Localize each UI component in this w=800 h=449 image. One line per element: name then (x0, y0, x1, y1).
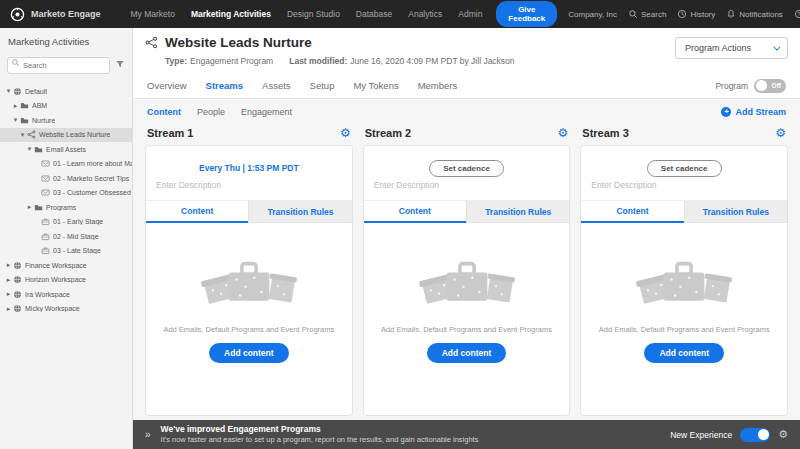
tree-item-nurture[interactable]: ▾Nurture (0, 113, 132, 128)
tree-item-01-early-stage[interactable]: 01 - Early Stage (0, 215, 132, 230)
tree-item-label: Ira Workspace (25, 291, 70, 298)
chevron-right-icon[interactable]: ▸ (4, 290, 13, 298)
tab-my-tokens[interactable]: My Tokens (353, 80, 398, 91)
chevron-right-icon[interactable]: ▸ (4, 305, 13, 313)
brand[interactable]: Marketo Engage (10, 7, 101, 22)
tree-item-label: Finance Workspace (25, 262, 87, 269)
chevron-down-icon[interactable]: ▾ (4, 87, 13, 95)
program-actions-label: Program Actions (685, 43, 751, 53)
stream-tab-transition-rules[interactable]: Transition Rules (684, 201, 787, 223)
cadence-text[interactable]: Every Thu | 1:53 PM PDT (199, 163, 299, 173)
subtab-people[interactable]: People (197, 107, 225, 117)
tree-item-label: Programs (46, 204, 76, 211)
tab-overview[interactable]: Overview (147, 80, 187, 91)
description-placeholder[interactable]: Enter Description (581, 176, 787, 200)
subtab-engagement[interactable]: Engagement (241, 107, 292, 117)
tree-item-email-assets[interactable]: ▾Email Assets (0, 142, 132, 157)
utility-label: History (690, 10, 715, 19)
company-label[interactable]: Company, Inc (568, 10, 617, 19)
tree-item-label: Default (25, 88, 47, 95)
chevron-down-icon[interactable]: ▾ (11, 116, 20, 124)
set-cadence-button[interactable]: Set cadence (647, 160, 722, 177)
tree-item-micky-workspace[interactable]: ▸Micky Workspace (0, 302, 132, 317)
chevron-right-icon[interactable]: ▸ (25, 203, 34, 211)
tree-item-02-marketo-secret-tips[interactable]: 02 - Marketo Secret Tips (0, 171, 132, 186)
tree-item-default[interactable]: ▾Default (0, 84, 132, 99)
chevron-right-icon[interactable]: ▸ (4, 261, 13, 269)
utility-notifications[interactable]: Notifications (726, 9, 783, 19)
subtab-content[interactable]: Content (147, 107, 181, 117)
banner-gear-icon[interactable]: ⚙ (778, 428, 788, 441)
gear-icon[interactable]: ⚙ (340, 127, 351, 139)
tree-item-02-mid-stage[interactable]: 02 - Mid Stage (0, 229, 132, 244)
nav-marketing-activities[interactable]: Marketing Activities (191, 9, 271, 19)
description-placeholder[interactable]: Enter Description (364, 176, 570, 200)
search-icon (11, 58, 20, 67)
stream-card: Every Thu | 1:53 PM PDT Enter Descriptio… (145, 145, 353, 416)
tab-setup[interactable]: Setup (310, 80, 335, 91)
add-content-button[interactable]: Add content (209, 343, 289, 363)
nav-analytics[interactable]: Analytics (408, 9, 442, 19)
add-content-button[interactable]: Add content (427, 343, 507, 363)
tree-item-website-leads-nurture[interactable]: ▾Website Leads Nurture (0, 128, 132, 143)
banner-subtitle: It's now faster and easier to set up a p… (161, 435, 479, 445)
tree-item-horizon-workspace[interactable]: ▸Horizon Workspace (0, 273, 132, 288)
double-chevron-icon[interactable]: » (145, 429, 151, 440)
chevron-down-icon[interactable]: ▾ (18, 131, 27, 139)
tree-item-finance-workspace[interactable]: ▸Finance Workspace (0, 258, 132, 273)
new-experience-toggle[interactable] (740, 428, 770, 442)
set-cadence-button[interactable]: Set cadence (429, 160, 504, 177)
stream-title: Stream 1 (147, 127, 193, 139)
chevron-right-icon[interactable]: ▸ (4, 276, 13, 284)
nav-admin[interactable]: Admin (458, 9, 482, 19)
tree-item-03-customer-obsessed[interactable]: 03 - Customer Obsessed (0, 186, 132, 201)
gear-icon[interactable]: ⚙ (775, 127, 786, 139)
chevron-down-icon[interactable]: ▾ (25, 145, 34, 153)
utility-search[interactable]: Search (628, 9, 666, 19)
tree-item-03-late-stage[interactable]: 03 - Late Stage (0, 244, 132, 259)
tab-streams[interactable]: Streams (206, 80, 244, 91)
stream-tab-content[interactable]: Content (146, 201, 248, 223)
program-toggle[interactable]: Off (754, 79, 786, 93)
nav-database[interactable]: Database (356, 9, 392, 19)
stream-column-3: Stream 3 ⚙ Set cadence Enter Description… (580, 124, 788, 416)
tree-item-programs[interactable]: ▸Programs (0, 200, 132, 215)
add-stream-button[interactable]: + Add Stream (721, 107, 786, 117)
utility-history[interactable]: History (677, 9, 715, 19)
nurture-icon (27, 130, 36, 139)
nav-my-marketo[interactable]: My Marketo (131, 9, 175, 19)
gear-icon[interactable]: ⚙ (558, 127, 569, 139)
stream-title: Stream 3 (582, 127, 628, 139)
program-actions-dropdown[interactable]: Program Actions (675, 37, 788, 59)
program-meta: Type:Engagement Program Last modified:Ju… (165, 56, 515, 66)
tree-item-ira-workspace[interactable]: ▸Ira Workspace (0, 287, 132, 302)
utility-label: Search (641, 10, 666, 19)
globe-icon (13, 87, 22, 96)
utility-help[interactable]: Help (794, 9, 800, 19)
utility-label: Notifications (739, 10, 783, 19)
chevron-right-icon[interactable]: ▸ (11, 102, 20, 110)
stream-tab-transition-rules[interactable]: Transition Rules (248, 201, 351, 223)
tree-item-abm[interactable]: ▸ABM (0, 99, 132, 114)
tree-item-label: Nurture (32, 117, 55, 124)
new-experience-banner: » We've improved Engagement Programs It'… (133, 420, 800, 449)
tree-item-01-learn-more-about-marketo[interactable]: 01 - Learn more about Marketo (0, 157, 132, 172)
email-icon (41, 174, 50, 183)
stream-tab-transition-rules[interactable]: Transition Rules (466, 201, 569, 223)
email-icon (41, 159, 50, 168)
give-feedback-button[interactable]: Give Feedback (496, 1, 557, 27)
nav-design-studio[interactable]: Design Studio (287, 9, 340, 19)
folder-icon (20, 116, 29, 125)
stream-tab-content[interactable]: Content (581, 201, 683, 223)
toggle-state-text: Off (772, 82, 781, 89)
stream-tab-content[interactable]: Content (364, 201, 466, 223)
tab-members[interactable]: Members (418, 80, 458, 91)
add-content-button[interactable]: Add content (644, 343, 724, 363)
streams-area: Stream 1 ⚙ Every Thu | 1:53 PM PDT Enter… (133, 122, 800, 416)
description-placeholder[interactable]: Enter Description (146, 176, 352, 200)
tab-assets[interactable]: Assets (262, 80, 291, 91)
sidebar-search-input[interactable] (7, 57, 110, 74)
folder-icon (20, 101, 29, 110)
globe-icon (13, 275, 22, 284)
filter-icon[interactable] (115, 59, 125, 69)
